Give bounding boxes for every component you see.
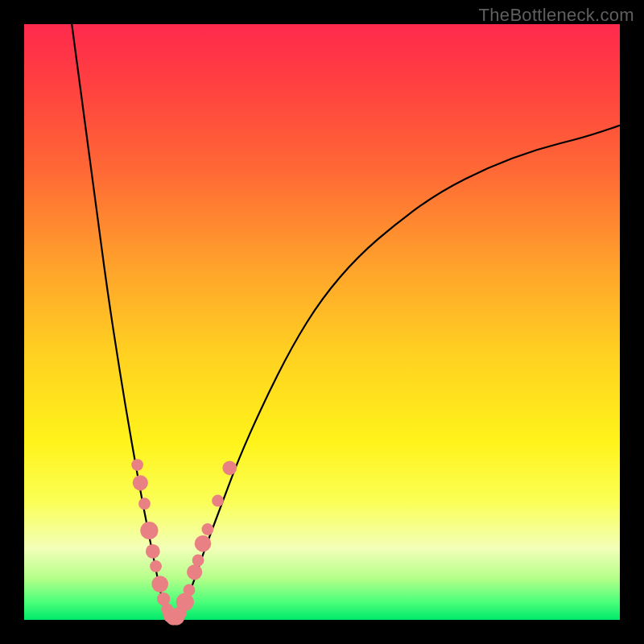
data-point-marker: [140, 522, 158, 539]
data-point-marker: [133, 475, 148, 490]
data-point-marker: [222, 460, 237, 475]
chart-frame: TheBottleneck.com: [0, 0, 644, 644]
data-point-marker: [150, 560, 162, 572]
data-point-marker: [187, 564, 202, 580]
data-point-marker: [212, 495, 224, 507]
data-point-marker: [184, 584, 196, 597]
data-point-marker: [146, 544, 160, 559]
bottleneck-curve-svg: [24, 24, 620, 620]
curve-right: [173, 126, 620, 620]
watermark-text: TheBottleneck.com: [479, 5, 634, 26]
data-point-marker: [176, 593, 194, 611]
data-point-marker: [151, 576, 168, 592]
data-point-marker: [192, 555, 204, 567]
data-point-marker: [202, 523, 214, 535]
data-point-marker: [138, 497, 151, 510]
data-point-marker: [195, 535, 212, 552]
data-point-marker: [131, 459, 143, 471]
curve-markers: [131, 459, 237, 625]
plot-area: [24, 24, 620, 620]
